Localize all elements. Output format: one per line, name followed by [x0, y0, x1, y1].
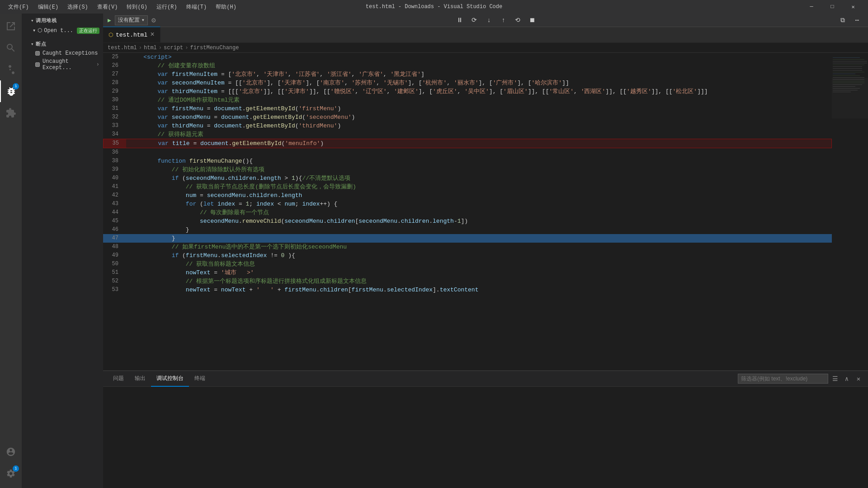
line-content-32: var seceondMenu = document.getElementByI…	[126, 113, 832, 122]
svg-rect-2	[833, 61, 867, 61]
activity-debug[interactable]: 1	[0, 80, 22, 102]
line-num-42: 42	[103, 191, 126, 200]
line-num-45: 45	[103, 217, 126, 225]
code-line-42: 42 num = seceondMenu.children.length	[103, 191, 832, 200]
panel-menu-button[interactable]: ☰	[830, 374, 840, 384]
callstack-arrow: ▾	[31, 18, 34, 23]
line-num-43: 43	[103, 200, 126, 208]
line-num-35: 35	[104, 139, 126, 148]
code-line-49: 49 if (firstMenu.selectedIndex != 0 ){	[103, 251, 832, 260]
menu-help[interactable]: 帮助(H)	[212, 2, 240, 12]
panel-close-button[interactable]: ✕	[854, 374, 863, 384]
activity-settings[interactable]: 1	[0, 463, 22, 484]
filter-input[interactable]	[738, 374, 828, 384]
split-editor-icon[interactable]: ⧉	[836, 15, 849, 25]
tab-close-button[interactable]: ×	[150, 31, 155, 38]
debug-controls[interactable]: ⏸ ⟳ ↓ ↑ ⟲ ⏹	[453, 15, 538, 25]
breadcrumb-html[interactable]: html	[144, 45, 157, 51]
debug-toolbar-left: ▶ 没有配置 ▾ ⚙	[108, 15, 156, 25]
tab-label: test.html	[116, 32, 147, 38]
line-content-40: if (seceondMenu.children.length > 1){//不…	[126, 174, 832, 183]
debug-step-over-button[interactable]: ⟳	[468, 15, 481, 25]
menu-bar[interactable]: 文件(F) 编辑(E) 选择(S) 查看(V) 转到(G) 运行(R) 终端(T…	[5, 2, 240, 12]
menu-select[interactable]: 选择(S)	[64, 2, 92, 12]
line-content-44: // 每次删除最有一个节点	[126, 208, 832, 217]
line-content-47: }	[126, 234, 832, 243]
debug-stop-button[interactable]: ⏹	[526, 15, 538, 25]
panel-tab-terminal[interactable]: 终端	[189, 371, 211, 387]
menu-edit[interactable]: 编辑(E)	[34, 2, 62, 12]
menu-run[interactable]: 运行(R)	[153, 2, 181, 12]
svg-rect-6	[833, 68, 862, 69]
code-line-35: 35 var title = document.getElementById('…	[103, 139, 832, 148]
line-num-47: 47	[103, 234, 126, 243]
code-line-28: 28 var seceondMenuItem = [['北京市'], ['天津市…	[103, 79, 832, 87]
panel-tab-problems[interactable]: 问题	[108, 371, 129, 387]
panel-content	[103, 387, 868, 488]
activity-source-control[interactable]	[0, 59, 22, 80]
debug-step-into-button[interactable]: ↓	[482, 15, 495, 25]
line-content-34: // 获得标题元素	[126, 130, 832, 139]
window-controls[interactable]: ─ □ ✕	[801, 0, 863, 14]
debug-continue-button[interactable]: ⏸	[453, 15, 466, 25]
activity-search[interactable]	[0, 37, 22, 59]
line-content-51: nowText = '城市 >'	[126, 268, 832, 277]
panel-tab-output[interactable]: 输出	[129, 371, 151, 387]
toolbar-right-icons[interactable]: ⧉ ⋯	[836, 15, 863, 25]
caught-exceptions-item[interactable]: Caught Exceptions	[22, 49, 103, 57]
line-content-31: var firstMenu = document.getElementById(…	[126, 104, 832, 113]
debug-step-out-button[interactable]: ↑	[497, 15, 509, 25]
code-editor[interactable]: 25 <script> 26 // 创建变量存放数组 27 var firstM…	[103, 53, 832, 371]
activity-explorer[interactable]	[0, 15, 22, 37]
line-num-52: 52	[103, 277, 126, 286]
menu-goto[interactable]: 转到(G)	[123, 2, 151, 12]
close-button[interactable]: ✕	[843, 0, 863, 14]
window-title: test.html - Downloads - Visual Studio Co…	[366, 4, 502, 10]
settings-badge: 1	[13, 465, 19, 472]
breadcrumb-function[interactable]: firstMenuChange	[190, 45, 239, 51]
breadcrumb-script[interactable]: script	[164, 45, 183, 51]
settings-config-icon[interactable]: ⚙	[151, 16, 156, 25]
more-actions-icon[interactable]: ⋯	[851, 15, 863, 25]
code-line-44: 44 // 每次删除最有一个节点	[103, 208, 832, 217]
config-selector-arrow: ▾	[142, 17, 145, 23]
menu-file[interactable]: 文件(F)	[5, 2, 33, 12]
line-content-30: // 通过DOM操作获取html元素	[126, 96, 832, 104]
line-content-26: // 创建变量存放数组	[126, 61, 832, 70]
breadcrumb-file[interactable]: test.html	[108, 45, 137, 51]
minimize-button[interactable]: ─	[801, 0, 822, 14]
breakpoints-section: ▾ 断点 Caught Exceptions Uncaught Except..…	[22, 37, 103, 72]
breakpoints-header[interactable]: ▾ 断点	[22, 37, 103, 49]
line-num-33: 33	[103, 122, 126, 130]
code-line-30: 30 // 通过DOM操作获取html元素	[103, 96, 832, 104]
panel-tab-debug-console[interactable]: 调试控制台	[151, 371, 189, 387]
code-line-31: 31 var firstMenu = document.getElementBy…	[103, 104, 832, 113]
code-line-33: 33 var thirdMenu = document.getElementBy…	[103, 122, 832, 130]
caught-exceptions-checkbox[interactable]	[35, 51, 40, 56]
callstack-header[interactable]: ▾ 调用堆栈	[22, 14, 103, 26]
line-content-50: // 获取当前标题文本信息	[126, 260, 832, 268]
debug-badge: 1	[13, 83, 19, 89]
activity-extensions[interactable]	[0, 102, 22, 124]
config-selector[interactable]: 没有配置 ▾	[115, 15, 148, 25]
panel-collapse-button[interactable]: ∧	[842, 374, 852, 384]
breadcrumb-sep-1: ›	[139, 45, 142, 51]
line-num-41: 41	[103, 183, 126, 191]
menu-view[interactable]: 查看(V)	[94, 2, 122, 12]
line-content-48: // 如果firstMenu选中的不是第一个选下则初始化seceondMenu	[126, 243, 832, 251]
debug-restart-button[interactable]: ⟲	[511, 15, 524, 25]
svg-rect-10	[833, 75, 860, 76]
code-line-26: 26 // 创建变量存放数组	[103, 61, 832, 70]
maximize-button[interactable]: □	[822, 0, 843, 14]
uncaught-exceptions-item[interactable]: Uncaught Except... ›	[22, 57, 103, 72]
callstack-item[interactable]: ▾ ⬡ Open t... 正在运行	[22, 26, 103, 35]
menu-terminal[interactable]: 终端(T)	[183, 2, 211, 12]
line-num-25: 25	[103, 53, 126, 61]
breadcrumb-sep-3: ›	[185, 45, 188, 51]
tab-test-html[interactable]: ⬡ test.html ×	[103, 27, 160, 42]
minimap	[832, 53, 868, 371]
uncaught-exceptions-checkbox[interactable]	[35, 62, 40, 67]
activity-account[interactable]	[0, 441, 22, 463]
line-num-36: 36	[103, 148, 126, 157]
svg-rect-7	[833, 70, 862, 70]
